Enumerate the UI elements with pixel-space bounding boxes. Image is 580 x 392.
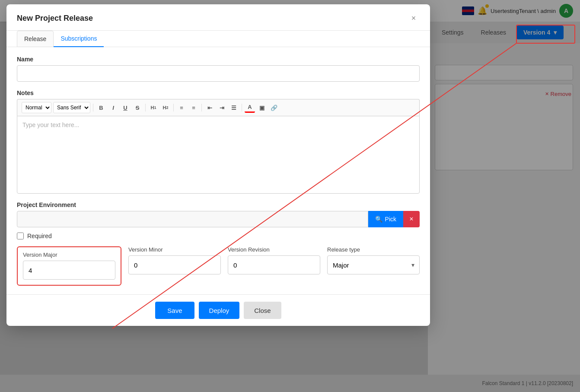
rte-area[interactable]: Type your text here...: [17, 116, 420, 194]
justify-button[interactable]: ☰: [229, 102, 239, 113]
name-input[interactable]: [17, 65, 420, 82]
required-label: Required: [27, 233, 52, 239]
version-revision-field: Version Revision: [228, 246, 320, 286]
version-major-input[interactable]: [23, 261, 115, 280]
version-revision-label: Version Revision: [228, 246, 320, 253]
version-minor-label: Version Minor: [128, 246, 221, 253]
indent-right-button[interactable]: ⇥: [217, 102, 227, 113]
toolbar-separator-3: [173, 104, 174, 112]
underline-button[interactable]: U: [120, 102, 131, 113]
link-button[interactable]: 🔗: [269, 102, 279, 113]
font-color-button[interactable]: A: [245, 102, 255, 113]
modal-close-button[interactable]: ×: [408, 12, 420, 24]
bold-button[interactable]: B: [96, 102, 106, 113]
notes-section: Notes Normal Sans Serif B I U S H1 H2 ≡: [17, 89, 420, 194]
toolbar-separator-5: [242, 104, 242, 112]
toolbar-separator-1: [93, 104, 93, 112]
name-field-group: Name: [17, 56, 420, 82]
required-checkbox[interactable]: [17, 233, 24, 239]
modal-tabs: Release Subscriptions: [6, 31, 430, 47]
modal-title: New Project Release: [17, 14, 93, 23]
modal: New Project Release × Release Subscripti…: [6, 4, 430, 326]
italic-button[interactable]: I: [108, 102, 118, 113]
version-minor-input[interactable]: [128, 255, 221, 274]
close-button[interactable]: Close: [244, 302, 281, 319]
notes-label: Notes: [17, 89, 420, 96]
unordered-list-button[interactable]: ≡: [188, 102, 199, 113]
toolbar-separator-2: [145, 104, 146, 112]
rte-toolbar: Normal Sans Serif B I U S H1 H2 ≡ ≡ ⇤ ⇥: [17, 99, 420, 116]
version-minor-field: Version Minor: [128, 246, 221, 286]
ordered-list-button[interactable]: ≡: [176, 102, 187, 113]
release-type-select-wrapper: Major Minor Patch: [327, 255, 420, 274]
highlight-button[interactable]: ▣: [257, 102, 267, 113]
name-label: Name: [17, 56, 420, 63]
release-type-field: Release type Major Minor Patch: [327, 246, 420, 286]
modal-header: New Project Release ×: [6, 4, 430, 31]
version-row: Version Major Version Minor Version Revi…: [17, 246, 420, 286]
clear-env-button[interactable]: ×: [403, 211, 420, 227]
modal-body: Name Notes Normal Sans Serif B I U S H1: [6, 47, 430, 294]
tab-release[interactable]: Release: [17, 31, 54, 47]
version-revision-input[interactable]: [228, 255, 320, 274]
h1-button[interactable]: H1: [148, 102, 159, 113]
required-checkbox-row: Required: [17, 233, 420, 239]
h2-button[interactable]: H2: [160, 102, 171, 113]
font-size-select[interactable]: Normal: [22, 102, 51, 113]
strikethrough-button[interactable]: S: [132, 102, 143, 113]
indent-left-button[interactable]: ⇤: [204, 102, 215, 113]
project-env-label: Project Environment: [17, 201, 420, 208]
version-major-field: Version Major: [17, 246, 121, 286]
font-family-select[interactable]: Sans Serif: [53, 102, 90, 113]
project-env-section: Project Environment 🔍 Pick ×: [17, 201, 420, 227]
tab-subscriptions[interactable]: Subscriptions: [54, 31, 104, 47]
rte-placeholder: Type your text here...: [22, 121, 80, 128]
toolbar-separator-4: [201, 104, 202, 112]
save-button[interactable]: Save: [155, 302, 194, 319]
version-major-label: Version Major: [23, 252, 115, 258]
env-input-row: 🔍 Pick ×: [17, 211, 420, 227]
env-input[interactable]: [17, 211, 368, 227]
search-icon: 🔍: [375, 216, 382, 223]
release-type-select[interactable]: Major Minor Patch: [327, 255, 420, 274]
modal-footer: Save Deploy Close: [6, 294, 430, 326]
deploy-button[interactable]: Deploy: [199, 302, 240, 319]
release-type-label: Release type: [327, 246, 420, 253]
pick-button[interactable]: 🔍 Pick: [368, 211, 403, 227]
